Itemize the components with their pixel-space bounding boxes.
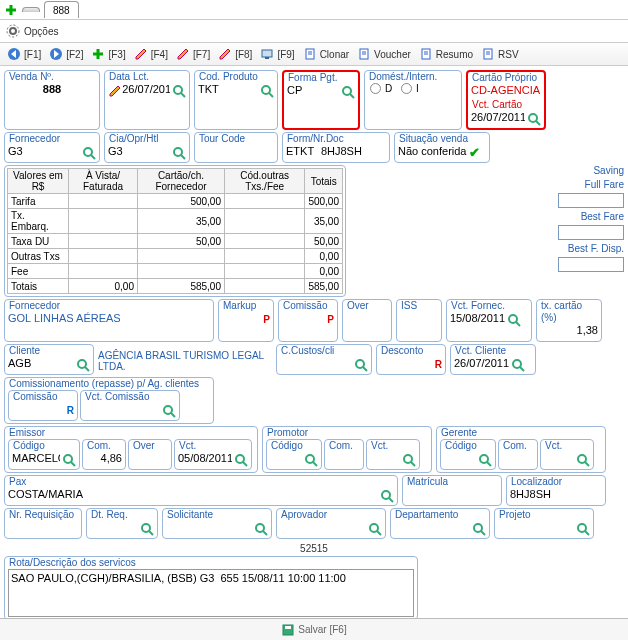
new-button[interactable]: [F3] bbox=[88, 46, 128, 62]
formnr-value[interactable]: 8HJ8SH bbox=[321, 145, 362, 160]
tab-888[interactable]: 888 bbox=[44, 1, 79, 18]
cliente-desc: AGÊNCIA BRASIL TURISMO LEGAL LTDA. bbox=[98, 344, 272, 375]
search-icon[interactable] bbox=[82, 146, 96, 160]
rota-textarea[interactable] bbox=[8, 569, 414, 617]
search-icon[interactable] bbox=[76, 358, 90, 372]
tab-bar: 888 bbox=[0, 0, 628, 20]
search-icon[interactable] bbox=[511, 358, 525, 372]
over-group: Over bbox=[342, 299, 392, 342]
emissor-group: Emissor CódigoMARCELO Com.4,86 Over Vct.… bbox=[4, 426, 258, 473]
vctcliente-group: Vct. Cliente26/07/2011 bbox=[450, 344, 536, 375]
search-icon[interactable] bbox=[341, 85, 355, 99]
menu-bar: Opções bbox=[0, 20, 628, 42]
tour-value[interactable] bbox=[198, 145, 274, 160]
toolbar: [F1] [F2] [F3] [F4] [F7] [F8] [F9] Clona… bbox=[0, 42, 628, 66]
num-label: 52515 bbox=[4, 541, 624, 556]
check-icon: ✔ bbox=[469, 145, 480, 160]
search-icon[interactable] bbox=[354, 358, 368, 372]
formapgt-value[interactable]: CP bbox=[287, 84, 339, 99]
domest-group: Domést./Intern.D I bbox=[364, 70, 462, 130]
venda-group: Venda Nº.888 bbox=[4, 70, 100, 130]
cia-value[interactable]: G3 bbox=[108, 145, 170, 160]
clonar-button[interactable]: Clonar bbox=[300, 46, 352, 62]
vctcartao-value[interactable]: 26/07/2011 bbox=[471, 111, 525, 126]
search-icon[interactable] bbox=[260, 84, 274, 98]
cartao-group: Cartão PróprioCD-AGENCIA Vct. Cartão26/0… bbox=[466, 70, 546, 130]
pencil-icon[interactable] bbox=[108, 84, 120, 98]
desconto-group: DescontoR bbox=[376, 344, 446, 375]
pax-group: PaxCOSTA/MARIA bbox=[4, 475, 398, 506]
datalct-value[interactable]: 26/07/2011 bbox=[122, 83, 170, 98]
gear-icon bbox=[6, 24, 20, 38]
cliente-group: ClienteAGB bbox=[4, 344, 94, 375]
matricula-group: Matrícula bbox=[402, 475, 502, 506]
menu-opcoes[interactable]: Opções bbox=[24, 26, 58, 37]
cartao-value[interactable]: CD-AGENCIA bbox=[471, 84, 540, 99]
resumo-button[interactable]: Resumo bbox=[416, 46, 476, 62]
promotor-group: Promotor Código Com. Vct. bbox=[262, 426, 432, 473]
repasse-group: Comissionamento (repasse) p/ Ag. cliente… bbox=[4, 377, 214, 424]
fornecedor2-group: FornecedorGOL LINHAS AÉREAS bbox=[4, 299, 214, 342]
search-icon[interactable] bbox=[172, 146, 186, 160]
search-icon[interactable] bbox=[162, 404, 176, 418]
radio-i[interactable] bbox=[401, 83, 412, 94]
back-button[interactable]: [F1] bbox=[4, 46, 44, 62]
aprovador-group: Aprovador bbox=[276, 508, 386, 539]
projeto-group: Projeto bbox=[494, 508, 594, 539]
ccustos-group: C.Custos/cli bbox=[276, 344, 372, 375]
codprod-value[interactable]: TKT bbox=[198, 83, 258, 98]
localizador-group: Localizador8HJ8SH bbox=[506, 475, 606, 506]
cia-group: Cia/Opr/HtlG3 bbox=[104, 132, 190, 163]
tour-group: Tour Code bbox=[194, 132, 278, 163]
search-icon[interactable] bbox=[507, 313, 521, 327]
plus-icon[interactable] bbox=[4, 3, 18, 17]
formnr-group: Form/Nr.DocETKT 8HJ8SH bbox=[282, 132, 390, 163]
bestfare-input[interactable] bbox=[558, 225, 624, 240]
codprod-group: Cod. ProdutoTKT bbox=[194, 70, 278, 130]
dtreq-group: Dt. Req. bbox=[86, 508, 158, 539]
valores-table: Valores em R$À Vista/ FaturadaCartão/ch.… bbox=[4, 165, 346, 297]
search-icon[interactable] bbox=[527, 112, 541, 126]
voucher-button[interactable]: Voucher bbox=[354, 46, 414, 62]
nrreq-group: Nr. Requisição bbox=[4, 508, 82, 539]
f7-button[interactable]: [F7] bbox=[173, 46, 213, 62]
tab-empty[interactable] bbox=[22, 7, 40, 12]
venda-value: 888 bbox=[8, 83, 96, 98]
rsv-button[interactable]: RSV bbox=[478, 46, 522, 62]
datalct-group: Data Lct.26/07/2011 bbox=[104, 70, 190, 130]
forward-button[interactable]: [F2] bbox=[46, 46, 86, 62]
salvar-button[interactable]: Salvar [F6] bbox=[278, 622, 349, 638]
radio-d[interactable] bbox=[370, 83, 381, 94]
comissao-group: ComissãoP bbox=[278, 299, 338, 342]
formapgt-group: Forma Pgt.CP bbox=[282, 70, 360, 130]
vctforn-group: Vct. Fornec.15/08/2011 bbox=[446, 299, 532, 342]
markup-group: MarkupP bbox=[218, 299, 274, 342]
side-column: Saving Full Fare Best Fare Best F. Disp. bbox=[558, 165, 624, 272]
gerente-group: Gerente Código Com. Vct. bbox=[436, 426, 606, 473]
fullfare-input[interactable] bbox=[558, 193, 624, 208]
fornecedor-value[interactable]: G3 bbox=[8, 145, 80, 160]
fornecedor2-value[interactable]: GOL LINHAS AÉREAS bbox=[8, 312, 210, 327]
bestfdisp-input[interactable] bbox=[558, 257, 624, 272]
fornecedor-group: FornecedorG3 bbox=[4, 132, 100, 163]
footer: Salvar [F6] bbox=[0, 618, 628, 640]
rota-group: Rota/Descrição dos servicos bbox=[4, 556, 418, 620]
departamento-group: Departamento bbox=[390, 508, 490, 539]
f9-button[interactable]: [F9] bbox=[257, 46, 297, 62]
solicitante-group: Solicitante bbox=[162, 508, 272, 539]
f8-button[interactable]: [F8] bbox=[215, 46, 255, 62]
situacao-group: Situação vendaNão conferida✔ bbox=[394, 132, 490, 163]
edit-button[interactable]: [F4] bbox=[131, 46, 171, 62]
search-icon[interactable] bbox=[172, 84, 186, 98]
iss-group: ISS bbox=[396, 299, 442, 342]
txcartao-group: tx. cartão (%)1,38 bbox=[536, 299, 602, 342]
situacao-value[interactable]: Não conferida bbox=[398, 145, 467, 160]
